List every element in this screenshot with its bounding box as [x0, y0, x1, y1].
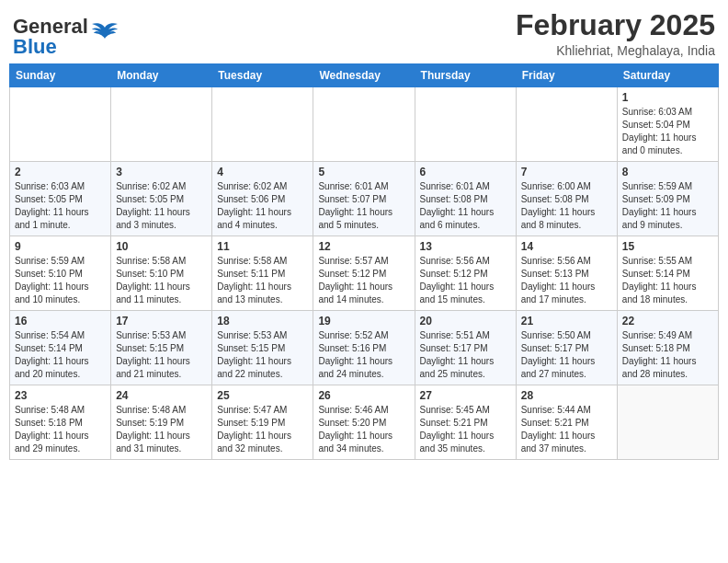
- calendar-cell: 17Sunrise: 5:53 AM Sunset: 5:15 PM Dayli…: [111, 311, 212, 385]
- day-info: Sunrise: 5:53 AM Sunset: 5:15 PM Dayligh…: [116, 329, 207, 381]
- calendar-cell: 4Sunrise: 6:02 AM Sunset: 5:06 PM Daylig…: [212, 162, 313, 236]
- calendar-cell: 8Sunrise: 5:59 AM Sunset: 5:09 PM Daylig…: [617, 162, 718, 236]
- day-info: Sunrise: 5:55 AM Sunset: 5:14 PM Dayligh…: [622, 255, 713, 306]
- calendar-week-row: 9Sunrise: 5:59 AM Sunset: 5:10 PM Daylig…: [10, 236, 719, 311]
- title-block: February 2025 Khliehriat, Meghalaya, Ind…: [516, 9, 715, 58]
- logo: General Blue: [13, 17, 119, 57]
- day-number: 5: [318, 166, 409, 178]
- day-info: Sunrise: 5:58 AM Sunset: 5:11 PM Dayligh…: [217, 255, 308, 306]
- calendar-cell: 2Sunrise: 6:03 AM Sunset: 5:05 PM Daylig…: [10, 162, 111, 236]
- day-info: Sunrise: 5:51 AM Sunset: 5:17 PM Dayligh…: [420, 329, 511, 381]
- day-number: 16: [15, 315, 106, 327]
- calendar-cell: 23Sunrise: 5:48 AM Sunset: 5:18 PM Dayli…: [10, 385, 111, 460]
- calendar-cell: [10, 87, 111, 162]
- day-info: Sunrise: 5:56 AM Sunset: 5:13 PM Dayligh…: [521, 255, 612, 306]
- calendar-week-row: 23Sunrise: 5:48 AM Sunset: 5:18 PM Dayli…: [10, 385, 719, 460]
- calendar-cell: 21Sunrise: 5:50 AM Sunset: 5:17 PM Dayli…: [516, 311, 617, 385]
- day-info: Sunrise: 5:48 AM Sunset: 5:18 PM Dayligh…: [15, 404, 106, 455]
- calendar-cell: [516, 87, 617, 162]
- day-info: Sunrise: 5:54 AM Sunset: 5:14 PM Dayligh…: [15, 329, 106, 381]
- calendar-cell: 6Sunrise: 6:01 AM Sunset: 5:08 PM Daylig…: [415, 162, 516, 236]
- day-number: 14: [521, 240, 612, 253]
- day-info: Sunrise: 5:49 AM Sunset: 5:18 PM Dayligh…: [622, 329, 713, 381]
- calendar-cell: 11Sunrise: 5:58 AM Sunset: 5:11 PM Dayli…: [212, 236, 313, 311]
- calendar-cell: 1Sunrise: 6:03 AM Sunset: 5:04 PM Daylig…: [617, 87, 718, 162]
- page-header: General Blue February 2025 Khliehriat, M…: [9, 9, 719, 58]
- day-number: 7: [521, 166, 612, 178]
- calendar-cell: 10Sunrise: 5:58 AM Sunset: 5:10 PM Dayli…: [111, 236, 212, 311]
- day-number: 9: [15, 240, 106, 253]
- day-number: 21: [521, 315, 612, 327]
- weekday-header-thursday: Thursday: [415, 64, 516, 87]
- logo-bird-icon: [90, 20, 119, 46]
- day-number: 25: [217, 389, 308, 402]
- weekday-header-tuesday: Tuesday: [212, 64, 313, 87]
- day-info: Sunrise: 5:50 AM Sunset: 5:17 PM Dayligh…: [521, 329, 612, 381]
- day-number: 8: [622, 166, 713, 178]
- day-number: 26: [318, 389, 409, 402]
- calendar-cell: [617, 385, 718, 460]
- day-number: 13: [420, 240, 511, 253]
- calendar-cell: [313, 87, 415, 162]
- day-number: 3: [116, 166, 207, 178]
- day-number: 15: [622, 240, 713, 253]
- day-number: 10: [116, 240, 207, 253]
- calendar-cell: 26Sunrise: 5:46 AM Sunset: 5:20 PM Dayli…: [313, 385, 415, 460]
- weekday-header-sunday: Sunday: [10, 64, 111, 87]
- day-info: Sunrise: 6:01 AM Sunset: 5:08 PM Dayligh…: [420, 180, 511, 232]
- calendar-cell: 5Sunrise: 6:01 AM Sunset: 5:07 PM Daylig…: [313, 162, 415, 236]
- day-info: Sunrise: 5:59 AM Sunset: 5:09 PM Dayligh…: [622, 180, 713, 232]
- weekday-header-wednesday: Wednesday: [313, 64, 415, 87]
- day-number: 22: [622, 315, 713, 327]
- calendar-week-row: 2Sunrise: 6:03 AM Sunset: 5:05 PM Daylig…: [10, 162, 719, 236]
- calendar-cell: 14Sunrise: 5:56 AM Sunset: 5:13 PM Dayli…: [516, 236, 617, 311]
- day-info: Sunrise: 5:53 AM Sunset: 5:15 PM Dayligh…: [217, 329, 308, 381]
- calendar-cell: 18Sunrise: 5:53 AM Sunset: 5:15 PM Dayli…: [212, 311, 313, 385]
- day-number: 27: [420, 389, 511, 402]
- weekday-header-saturday: Saturday: [617, 64, 718, 87]
- calendar-cell: [415, 87, 516, 162]
- calendar-cell: [212, 87, 313, 162]
- day-number: 23: [15, 389, 106, 402]
- day-info: Sunrise: 5:48 AM Sunset: 5:19 PM Dayligh…: [116, 404, 207, 455]
- day-info: Sunrise: 6:03 AM Sunset: 5:05 PM Dayligh…: [15, 180, 106, 232]
- calendar-week-row: 16Sunrise: 5:54 AM Sunset: 5:14 PM Dayli…: [10, 311, 719, 385]
- calendar-cell: 7Sunrise: 6:00 AM Sunset: 5:08 PM Daylig…: [516, 162, 617, 236]
- calendar-week-row: 1Sunrise: 6:03 AM Sunset: 5:04 PM Daylig…: [10, 87, 719, 162]
- day-number: 20: [420, 315, 511, 327]
- day-number: 4: [217, 166, 308, 178]
- day-info: Sunrise: 5:45 AM Sunset: 5:21 PM Dayligh…: [420, 404, 511, 455]
- calendar-cell: 24Sunrise: 5:48 AM Sunset: 5:19 PM Dayli…: [111, 385, 212, 460]
- day-info: Sunrise: 5:56 AM Sunset: 5:12 PM Dayligh…: [420, 255, 511, 306]
- day-number: 1: [622, 91, 713, 104]
- day-info: Sunrise: 6:01 AM Sunset: 5:07 PM Dayligh…: [318, 180, 409, 232]
- calendar-cell: 13Sunrise: 5:56 AM Sunset: 5:12 PM Dayli…: [415, 236, 516, 311]
- day-info: Sunrise: 5:44 AM Sunset: 5:21 PM Dayligh…: [521, 404, 612, 455]
- calendar-cell: 12Sunrise: 5:57 AM Sunset: 5:12 PM Dayli…: [313, 236, 415, 311]
- weekday-header-row: SundayMondayTuesdayWednesdayThursdayFrid…: [10, 64, 719, 87]
- weekday-header-monday: Monday: [111, 64, 212, 87]
- calendar-cell: 27Sunrise: 5:45 AM Sunset: 5:21 PM Dayli…: [415, 385, 516, 460]
- day-info: Sunrise: 6:00 AM Sunset: 5:08 PM Dayligh…: [521, 180, 612, 232]
- day-number: 17: [116, 315, 207, 327]
- day-info: Sunrise: 6:03 AM Sunset: 5:04 PM Dayligh…: [622, 106, 713, 157]
- day-info: Sunrise: 6:02 AM Sunset: 5:06 PM Dayligh…: [217, 180, 308, 232]
- day-info: Sunrise: 5:59 AM Sunset: 5:10 PM Dayligh…: [15, 255, 106, 306]
- month-title: February 2025: [516, 9, 715, 41]
- day-info: Sunrise: 5:47 AM Sunset: 5:19 PM Dayligh…: [217, 404, 308, 455]
- day-number: 19: [318, 315, 409, 327]
- calendar-cell: 9Sunrise: 5:59 AM Sunset: 5:10 PM Daylig…: [10, 236, 111, 311]
- day-info: Sunrise: 5:58 AM Sunset: 5:10 PM Dayligh…: [116, 255, 207, 306]
- day-number: 18: [217, 315, 308, 327]
- day-number: 28: [521, 389, 612, 402]
- calendar-cell: 22Sunrise: 5:49 AM Sunset: 5:18 PM Dayli…: [617, 311, 718, 385]
- calendar-cell: 19Sunrise: 5:52 AM Sunset: 5:16 PM Dayli…: [313, 311, 415, 385]
- calendar-table: SundayMondayTuesdayWednesdayThursdayFrid…: [9, 63, 719, 460]
- day-number: 24: [116, 389, 207, 402]
- calendar-cell: 16Sunrise: 5:54 AM Sunset: 5:14 PM Dayli…: [10, 311, 111, 385]
- day-info: Sunrise: 5:57 AM Sunset: 5:12 PM Dayligh…: [318, 255, 409, 306]
- calendar-cell: 15Sunrise: 5:55 AM Sunset: 5:14 PM Dayli…: [617, 236, 718, 311]
- calendar-cell: 25Sunrise: 5:47 AM Sunset: 5:19 PM Dayli…: [212, 385, 313, 460]
- day-info: Sunrise: 5:52 AM Sunset: 5:16 PM Dayligh…: [318, 329, 409, 381]
- calendar-cell: 3Sunrise: 6:02 AM Sunset: 5:05 PM Daylig…: [111, 162, 212, 236]
